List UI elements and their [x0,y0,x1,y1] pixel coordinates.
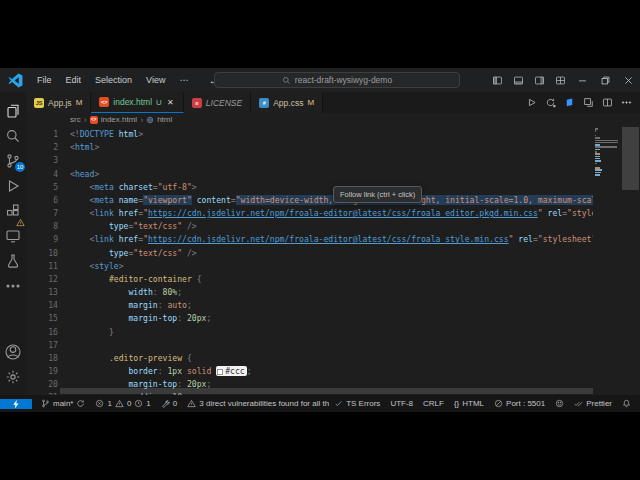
activity-more-views[interactable] [5,278,21,294]
code-token: <! [70,129,80,139]
tab-close-icon[interactable]: ✕ [166,98,175,107]
status-encoding[interactable]: UTF-8 [385,399,418,408]
code-token: "stylesheet" [567,208,593,218]
code-line-15: margin-top: 20px; [70,312,211,325]
stylesheet-link[interactable]: https://cdn.jsdelivr.net/npm/froala-edit… [148,208,538,218]
layout-sidebar-left-icon[interactable] [492,75,503,86]
code-line-4: <head> [70,168,99,181]
status-text: HTML [462,399,484,408]
activity-extensions[interactable] [5,203,21,219]
command-center-search[interactable]: react-draft-wysiwyg-demo [214,72,460,88]
code-token: ; [247,366,252,376]
code-line-12: #editor-container { [70,273,202,286]
more-icon [5,278,21,294]
menu-file[interactable]: File [30,68,59,92]
status-language-mode[interactable]: {}HTML [449,399,489,408]
vertical-scrollbar-thumb[interactable] [622,127,639,190]
preview-icon[interactable] [564,97,575,108]
vscode-window: FileEditSelectionView⋯ ← → react-draft-w… [0,68,640,412]
layout-sidebar-right-icon[interactable] [534,75,545,86]
minimap-line [595,137,600,139]
status-tools-counter[interactable]: 0 [156,399,182,408]
code-line-10: type="text/css" /> [70,247,197,260]
split-editor-icon[interactable] [602,97,613,108]
activity-search[interactable] [5,128,21,144]
line-number: 20 [26,378,58,391]
code-line-8: type="text/css" /> [70,220,197,233]
tab-app.js[interactable]: JSApp.jsM [26,92,91,113]
horizontal-scrollbar[interactable] [60,388,593,394]
run-icon[interactable] [526,97,537,108]
activity-source-control[interactable]: 10 [5,153,21,169]
code-token: "stylesheet" [538,234,593,244]
line-number: 10 [26,247,58,260]
minimap[interactable] [593,126,621,395]
line-number: 9 [26,233,58,246]
code-token [70,234,90,244]
line-number: 5 [26,181,58,194]
activity-explorer[interactable] [5,103,21,119]
line-number: 19 [26,365,58,378]
menu-selection[interactable]: Selection [88,68,139,92]
warning-icon [16,213,25,222]
code-pane[interactable]: 1<!DOCTYPE html>2<html>34<head>5 <meta c… [26,126,593,395]
tab-license[interactable]: ≡LICENSE [184,92,251,113]
code-token: charset [114,182,153,192]
remote-indicator[interactable] [0,399,32,409]
status-notifications[interactable] [617,399,636,408]
breadcrumb-item-html[interactable]: html [157,115,172,124]
status-eol[interactable]: CRLF [418,399,449,408]
activity-settings[interactable] [5,369,21,385]
code-token: ; [177,287,182,297]
code-token [70,208,90,218]
vertical-scrollbar[interactable] [621,126,640,395]
minimap-line [595,149,600,151]
code-token: meta [94,182,114,192]
activity-live-preview[interactable] [5,228,21,244]
minimize-button[interactable] [577,75,588,86]
close-button[interactable] [623,75,634,86]
search-text: react-draft-wysiwyg-demo [295,75,392,85]
menu-⋯[interactable]: ⋯ [172,68,195,92]
breadcrumb-item-src[interactable]: src [70,115,81,124]
code-line-6: <meta name="viewport" content="width=dev… [70,194,593,207]
status-prettier[interactable]: Prettier [569,399,617,408]
open-changes-icon[interactable] [583,97,594,108]
breadcrumb-item-index.html[interactable]: index.html [101,115,137,124]
status-vulnerabilities[interactable]: 3 direct vulnerabilities found for all t… [182,399,329,408]
code-token: > [138,129,143,139]
live-reload-icon[interactable] [545,97,556,108]
status-git-branch-status[interactable]: main* [36,399,90,408]
layout-panel-icon[interactable] [513,75,524,86]
code-token: html [75,142,95,152]
layout-customize-icon[interactable] [555,75,566,86]
tab-app.css[interactable]: #App.cssM [251,92,323,113]
minimap-line [595,160,601,162]
status-ts-errors[interactable]: TS Errors [329,399,385,408]
editor: 1<!DOCTYPE html>2<html>34<head>5 <meta c… [26,126,640,395]
status-port[interactable]: Port : 5501 [489,399,550,408]
activity-testing[interactable] [5,253,21,269]
tab-label: App.css [273,98,303,108]
stylesheet-link[interactable]: https://cdn.jsdelivr.net/npm/froala-edit… [148,234,509,244]
bolt-icon [11,399,21,409]
menu-view[interactable]: View [139,68,172,92]
minimap-line [595,158,600,160]
activity-accounts[interactable] [5,344,21,360]
code-token: > [94,169,99,179]
search-icon [282,76,291,85]
menu-edit[interactable]: Edit [59,68,89,92]
breadcrumb: src›<>index.html›html [26,113,640,126]
status-feedback[interactable] [550,399,569,408]
code-token [70,287,128,297]
restore-button[interactable] [600,75,611,86]
activity-run-and-debug[interactable] [5,178,21,194]
code-token: "text/css" [133,248,182,258]
status-problems[interactable]: 101 [90,399,155,408]
activity-bar-top: 10 [5,92,21,339]
more-icon[interactable] [621,97,632,108]
minimap-line [595,130,596,132]
tab-index.html[interactable]: <>index.htmlU✕ [91,92,184,113]
line-number: 11 [26,260,58,273]
monitor-icon [5,228,21,244]
